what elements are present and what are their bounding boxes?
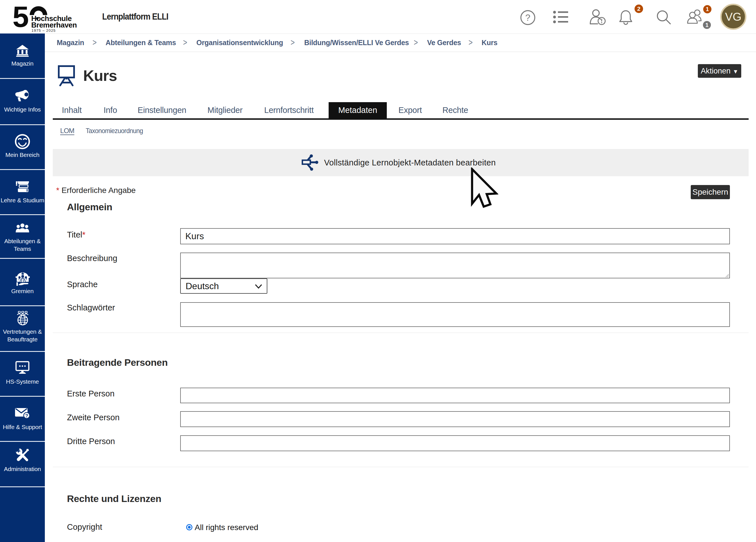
- svg-text:Bremerhaven: Bremerhaven: [31, 21, 77, 29]
- svg-text:?: ?: [525, 12, 530, 23]
- svg-text:?: ?: [25, 413, 28, 419]
- svg-text:5: 5: [12, 2, 29, 33]
- svg-text:1975 – 2025: 1975 – 2025: [31, 28, 56, 33]
